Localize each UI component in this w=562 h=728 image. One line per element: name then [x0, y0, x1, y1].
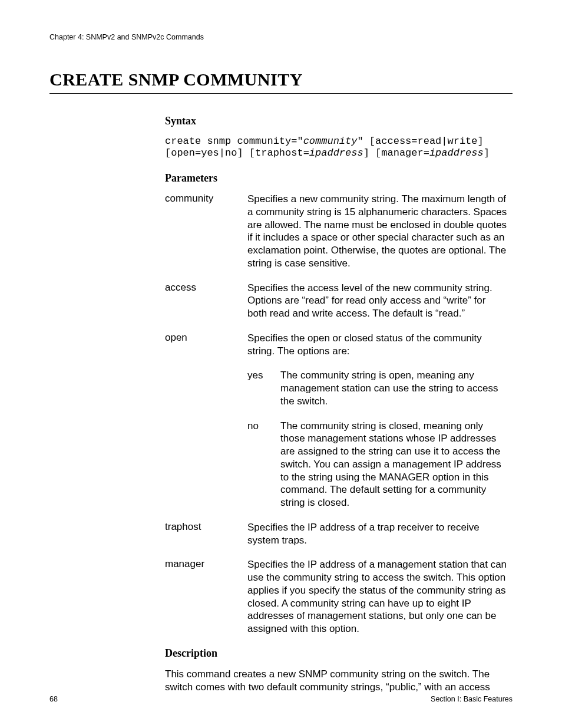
parameter-row: community Specifies a new community stri… — [165, 193, 508, 270]
parameter-name: traphost — [165, 521, 247, 547]
parameter-row: access Specifies the access level of the… — [165, 282, 508, 320]
parameter-option-desc: The community string is closed, meaning … — [280, 420, 508, 509]
parameter-name: access — [165, 282, 247, 320]
parameter-desc: Specifies the open or closed status of t… — [247, 332, 508, 509]
parameter-name: open — [165, 332, 247, 509]
syntax-text: " [access=read|write] — [357, 136, 483, 147]
parameter-desc: Specifies a new community string. The ma… — [247, 193, 508, 270]
description-body: This command creates a new SNMP communit… — [165, 668, 508, 694]
parameters-heading: Parameters — [165, 172, 508, 185]
parameter-desc-text: Specifies the open or closed status of t… — [247, 332, 482, 357]
parameter-option-name: yes — [247, 369, 280, 407]
syntax-text: ] — [484, 147, 490, 159]
title-rule: CREATE SNMP COMMUNITY — [49, 70, 513, 94]
parameter-row: traphost Specifies the IP address of a t… — [165, 521, 508, 547]
footer: 68 Section I: Basic Features — [49, 695, 513, 703]
syntax-heading: Syntax — [165, 115, 508, 127]
parameter-option-name: no — [247, 420, 280, 509]
parameter-desc: Specifies the IP address of a trap recei… — [247, 521, 508, 547]
parameter-option-row: yes The community string is open, meanin… — [247, 369, 508, 407]
syntax-text: ] [manager= — [363, 147, 429, 159]
syntax-block: create snmp community="community" [acces… — [165, 136, 508, 159]
running-header: Chapter 4: SNMPv2 and SNMPv2c Commands — [49, 33, 513, 41]
parameter-name: manager — [165, 558, 247, 635]
parameter-row: open Specifies the open or closed status… — [165, 332, 508, 509]
syntax-text: [open=yes|no] [traphost= — [165, 147, 309, 159]
page-number: 68 — [49, 695, 58, 703]
content-column: Syntax create snmp community="community"… — [165, 115, 508, 693]
description-heading: Description — [165, 647, 508, 660]
parameter-option-row: no The community string is closed, meani… — [247, 420, 508, 509]
syntax-arg-community: community — [303, 136, 358, 147]
parameter-option-desc: The community string is open, meaning an… — [280, 369, 508, 407]
syntax-arg-ipaddress: ipaddress — [429, 147, 484, 159]
page-title: CREATE SNMP COMMUNITY — [49, 70, 513, 90]
parameter-desc: Specifies the IP address of a management… — [247, 558, 508, 635]
parameter-name: community — [165, 193, 247, 270]
syntax-arg-ipaddress: ipaddress — [309, 147, 363, 159]
section-label: Section I: Basic Features — [431, 695, 513, 703]
parameter-desc: Specifies the access level of the new co… — [247, 282, 508, 320]
syntax-text: create snmp community=" — [165, 136, 303, 147]
parameter-row: manager Specifies the IP address of a ma… — [165, 558, 508, 635]
